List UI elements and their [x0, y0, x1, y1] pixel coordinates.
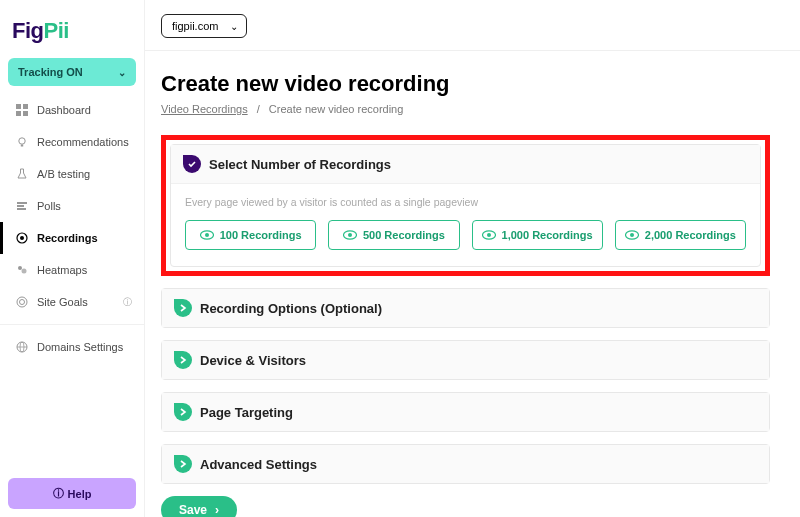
breadcrumb-sep: / — [257, 103, 260, 115]
step-badge-icon — [183, 155, 201, 173]
brand-part1: Fig — [12, 18, 44, 43]
sidebar-item-heatmaps[interactable]: Heatmaps — [0, 254, 144, 286]
svg-point-25 — [630, 233, 634, 237]
svg-point-19 — [205, 233, 209, 237]
svg-rect-1 — [23, 104, 28, 109]
svg-point-14 — [20, 300, 25, 305]
eye-icon — [200, 230, 214, 240]
recording-options-row: 100 Recordings 500 Recordings — [185, 220, 746, 250]
sidebar-item-label: A/B testing — [37, 168, 90, 180]
flask-icon — [15, 167, 29, 181]
panel-header[interactable]: Device & Visitors — [162, 341, 769, 379]
polls-icon — [15, 199, 29, 213]
sidebar-item-polls[interactable]: Polls — [0, 190, 144, 222]
domain-select[interactable]: figpii.com ⌄ — [161, 14, 247, 38]
save-label: Save — [179, 503, 207, 517]
eye-icon — [625, 230, 639, 240]
panel-page-targeting: Page Targeting — [161, 392, 770, 432]
panel-title: Page Targeting — [200, 405, 293, 420]
info-icon: ⓘ — [123, 296, 132, 309]
svg-point-11 — [18, 266, 22, 270]
recordings-option-100[interactable]: 100 Recordings — [185, 220, 316, 250]
panel-select-recordings: Select Number of Recordings Every page v… — [170, 144, 761, 267]
svg-rect-5 — [21, 145, 23, 147]
sidebar-item-label: Dashboard — [37, 104, 91, 116]
heatmap-icon — [15, 263, 29, 277]
chevron-right-icon: › — [215, 503, 219, 517]
option-label: 100 Recordings — [220, 229, 302, 241]
svg-point-21 — [348, 233, 352, 237]
primary-nav: Dashboard Recommendations A/B testing Po… — [0, 94, 144, 363]
chevron-down-icon: ⌄ — [118, 67, 126, 78]
main-content: figpii.com ⌄ Create new video recording … — [145, 0, 800, 517]
panel-hint: Every page viewed by a visitor is counte… — [185, 196, 746, 208]
help-label: Help — [68, 488, 92, 500]
chevron-right-icon — [174, 455, 192, 473]
brand-part2: Pii — [44, 18, 69, 43]
svg-rect-3 — [23, 111, 28, 116]
chevron-right-icon — [174, 403, 192, 421]
svg-rect-0 — [16, 104, 21, 109]
svg-point-23 — [487, 233, 491, 237]
recordings-option-2000[interactable]: 2,000 Recordings — [615, 220, 746, 250]
highlight-annotation: Select Number of Recordings Every page v… — [161, 135, 770, 276]
panel-device-visitors: Device & Visitors — [161, 340, 770, 380]
panel-body: Every page viewed by a visitor is counte… — [171, 184, 760, 266]
eye-icon — [482, 230, 496, 240]
page-title: Create new video recording — [161, 71, 770, 97]
panel-header[interactable]: Advanced Settings — [162, 445, 769, 483]
domain-selector-row: figpii.com ⌄ — [145, 0, 800, 51]
collapsed-panels: Recording Options (Optional) Device & Vi… — [161, 288, 770, 517]
sidebar: FigPii Tracking ON ⌄ Dashboard Recommend… — [0, 0, 145, 517]
sidebar-item-ab-testing[interactable]: A/B testing — [0, 158, 144, 190]
svg-rect-8 — [17, 208, 26, 210]
panel-header[interactable]: Select Number of Recordings — [171, 145, 760, 184]
breadcrumb-root[interactable]: Video Recordings — [161, 103, 248, 115]
panel-recording-options: Recording Options (Optional) — [161, 288, 770, 328]
panel-advanced-settings: Advanced Settings — [161, 444, 770, 484]
sidebar-item-label: Site Goals — [37, 296, 88, 308]
brand-logo: FigPii — [0, 14, 144, 58]
globe-icon — [15, 340, 29, 354]
help-icon: ⓘ — [53, 486, 64, 501]
target-icon — [15, 295, 29, 309]
tracking-toggle[interactable]: Tracking ON ⌄ — [8, 58, 136, 86]
chevron-down-icon: ⌄ — [230, 21, 238, 32]
sidebar-item-dashboard[interactable]: Dashboard — [0, 94, 144, 126]
option-label: 500 Recordings — [363, 229, 445, 241]
panel-title: Recording Options (Optional) — [200, 301, 382, 316]
sidebar-item-domains-settings[interactable]: Domains Settings — [0, 331, 144, 363]
svg-point-13 — [17, 297, 27, 307]
svg-point-10 — [20, 236, 24, 240]
help-button[interactable]: ⓘ Help — [8, 478, 136, 509]
panel-title: Device & Visitors — [200, 353, 306, 368]
domain-value: figpii.com — [172, 20, 218, 32]
panel-header[interactable]: Page Targeting — [162, 393, 769, 431]
svg-rect-2 — [16, 111, 21, 116]
recordings-option-1000[interactable]: 1,000 Recordings — [472, 220, 603, 250]
sidebar-item-label: Heatmaps — [37, 264, 87, 276]
sidebar-item-site-goals[interactable]: Site Goals ⓘ — [0, 286, 144, 318]
save-button[interactable]: Save › — [161, 496, 237, 517]
breadcrumb-current: Create new video recording — [269, 103, 404, 115]
sidebar-item-recordings[interactable]: Recordings — [0, 222, 144, 254]
svg-rect-7 — [17, 205, 24, 207]
sidebar-item-label: Domains Settings — [37, 341, 123, 353]
sidebar-item-label: Polls — [37, 200, 61, 212]
eye-icon — [343, 230, 357, 240]
svg-rect-6 — [17, 202, 27, 204]
panel-header[interactable]: Recording Options (Optional) — [162, 289, 769, 327]
dashboard-icon — [15, 103, 29, 117]
option-label: 2,000 Recordings — [645, 229, 736, 241]
page-content: Create new video recording Video Recordi… — [145, 51, 800, 517]
svg-point-4 — [19, 138, 25, 144]
option-label: 1,000 Recordings — [502, 229, 593, 241]
tracking-label: Tracking ON — [18, 66, 83, 78]
recordings-option-500[interactable]: 500 Recordings — [328, 220, 459, 250]
breadcrumb: Video Recordings / Create new video reco… — [161, 103, 770, 115]
panel-title: Advanced Settings — [200, 457, 317, 472]
chevron-right-icon — [174, 351, 192, 369]
sidebar-item-recommendations[interactable]: Recommendations — [0, 126, 144, 158]
sidebar-item-label: Recordings — [37, 232, 98, 244]
panel-title: Select Number of Recordings — [209, 157, 391, 172]
